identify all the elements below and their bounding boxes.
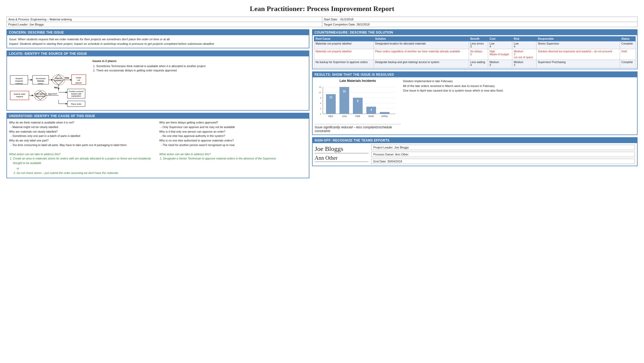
svg-text:11: 11	[329, 96, 332, 99]
signature-1: Joe Bloggs	[315, 145, 368, 153]
understand-section: UNDERSTAND: IDENTIFY THE CAUSE OF THIS I…	[6, 113, 309, 178]
svg-text:FEB: FEB	[355, 115, 360, 118]
table-row: Materials not properly labelled Place or…	[314, 49, 636, 60]
svg-text:Order approval: Order approval	[34, 93, 47, 95]
target-date: Target Completion Date: 28/2/2018	[322, 22, 638, 27]
svg-text:4: 4	[370, 108, 372, 111]
svg-text:explanation: explanation	[71, 95, 81, 97]
svg-text:Student: Student	[16, 77, 23, 80]
action-left-2: Do not check stores – just submit the or…	[17, 171, 157, 175]
header-info: Area & Process: Engineering – Material o…	[6, 17, 638, 27]
project-leader: Project Leader: Joe Bloggs	[7, 22, 322, 27]
action-left-list-2: Do not check stores – just submit the or…	[9, 171, 157, 175]
understand-body: Why do we think material is available wh…	[7, 119, 309, 178]
svg-text:available?: available?	[55, 79, 63, 81]
sig-field-3: End Date: 30/04/2018	[371, 159, 635, 164]
row3-benefit: Less waiting4	[469, 60, 488, 68]
sig-field-2: Process Owner: Ann Other	[371, 152, 635, 157]
col-benefit: Benefit	[469, 37, 488, 41]
row2-status: Hold	[620, 49, 635, 60]
svg-text:request: request	[16, 95, 23, 98]
svg-text:checks: checks	[37, 80, 44, 82]
col-responsible: Responsible	[536, 37, 620, 41]
understand-header: UNDERSTAND: IDENTIFY THE CAUSE OF THIS I…	[7, 113, 309, 119]
row2-cost: HighWaste of budget	[488, 49, 512, 60]
col-cost: Cost	[488, 37, 512, 41]
row3-risk: Medium3	[512, 60, 536, 68]
action-left-list: Create an area in materials stores for o…	[9, 156, 157, 165]
svg-text:not: not	[77, 79, 80, 81]
concern-section: CONCERN: DESCRIBE THE ISSUE Issue: When …	[6, 29, 309, 48]
chart-title: Late Materials Incidents	[315, 79, 401, 83]
svg-text:15: 15	[319, 86, 321, 88]
action-left-title: What action can we take to address this?	[9, 152, 157, 157]
svg-text:JAN: JAN	[342, 115, 347, 118]
row3-root-cause: No backup for Supervisor to approve orde…	[314, 60, 374, 68]
action-left-1: Create an area in materials stores for o…	[13, 156, 157, 165]
row2-risk: Medium3run out of space	[512, 49, 536, 60]
bar-april	[380, 112, 389, 114]
svg-text:No: No	[54, 86, 58, 89]
signoff-section: SIGN-OFF: RECOGNIZE THE TEAMS EFFORTS Jo…	[312, 137, 638, 166]
countermeasure-body: Root Cause Solution Benefit Cost Risk Re…	[313, 35, 637, 69]
locate-header: LOCATE: IDENTIFY THE SOURCE OF THE ISSUE	[7, 51, 309, 56]
signoff-body: Joe Bloggs Ann Other Project Leader: Joe…	[313, 143, 637, 166]
results-section: RESULTS: SHOW THAT THE ISSUE IS RESOLVED…	[312, 71, 638, 135]
signature-2: Ann Other	[315, 155, 368, 162]
bar-chart-svg: 15 12 9 6 3 0 11 DEC 15	[315, 84, 398, 122]
svg-text:15: 15	[343, 90, 346, 93]
svg-text:6: 6	[320, 102, 321, 104]
action-or: or	[9, 166, 157, 171]
svg-text:Submit order: Submit order	[14, 93, 26, 95]
svg-text:Yes: Yes	[65, 76, 69, 79]
understand-right: Why are there delays getting orders appr…	[159, 120, 307, 176]
understand-left: Why do we think material is available wh…	[9, 120, 157, 176]
row2-benefit: No delays5	[469, 49, 488, 60]
countermeasure-section: COUNTERMEASURE: DESCRIBE THE SOLUTION Ro…	[312, 29, 638, 69]
row1-risk: Low4	[512, 41, 536, 49]
col-status: Status	[620, 37, 635, 41]
svg-text:3: 3	[320, 107, 321, 110]
signoff-header: SIGN-OFF: RECOGNIZE THE TEAMS EFFORTS	[313, 138, 637, 143]
row2-responsible: Solution deemed too expensive and wastef…	[536, 49, 620, 60]
action-right-list: Designate a Senior Technician to approve…	[159, 156, 307, 161]
svg-text:Approved?: Approved?	[48, 93, 57, 95]
issue-1: Sometimes Technicians think material is …	[96, 64, 206, 68]
sig-field-1: Project Leader: Joe Bloggs	[371, 145, 635, 150]
svg-text:1: 1	[384, 109, 385, 112]
results-body: Late Materials Incidents	[313, 77, 637, 135]
action-right-1: Designate a Senior Technician to approve…	[163, 156, 307, 161]
results-text: Solution implemented in late February. A…	[403, 79, 635, 133]
issue-2: There are occasionaly delays in getting …	[96, 68, 206, 73]
signatures-area: Joe Bloggs Ann Other	[315, 145, 368, 164]
col-risk: Risk	[512, 37, 536, 41]
row1-root-cause: Materials not properly labelled	[314, 41, 374, 49]
svg-text:Place order: Place order	[71, 103, 82, 105]
svg-text:material: material	[15, 82, 23, 85]
row3-status: Complete	[620, 60, 635, 68]
col-root-cause: Root Cause	[314, 37, 374, 41]
sig-fields: Project Leader: Joe Bloggs Process Owner…	[371, 145, 635, 164]
svg-text:DEC: DEC	[328, 115, 334, 118]
svg-text:stores: stores	[38, 82, 44, 85]
issues-list: Issues in 2 places Sometimes Technicians…	[92, 59, 206, 72]
row2-solution: Place orders regardless of whether we ha…	[374, 49, 469, 60]
row1-solution: Designated location for allocated materi…	[374, 41, 469, 49]
svg-text:APRIL: APRIL	[381, 115, 388, 118]
action-right-title: What action can we take to address this?	[159, 152, 307, 157]
svg-text:Material: Material	[55, 77, 62, 79]
svg-text:12: 12	[319, 91, 321, 94]
svg-text:(Supervisor): (Supervisor)	[35, 95, 45, 97]
svg-text:9: 9	[357, 100, 359, 103]
svg-text:Contact Lecturer/: Contact Lecturer/	[69, 90, 84, 93]
locate-section: LOCATE: IDENTIFY THE SOURCE OF THE ISSUE…	[6, 50, 309, 111]
row1-responsible: Stores Supervisor	[536, 41, 620, 49]
issues-title: Issues in 2 places	[92, 59, 206, 63]
svg-text:Technician: Technician	[36, 77, 46, 80]
svg-text:requests: requests	[15, 80, 23, 82]
row2-root-cause: Materials not properly labelled	[314, 49, 374, 60]
chart-wrapper: 15 12 9 6 3 0 11 DEC 15	[315, 84, 401, 122]
understand-left-text: Why do we think material is available wh…	[9, 120, 157, 147]
svg-text:Order: Order	[76, 77, 81, 79]
concern-header: CONCERN: DESCRIBE THE ISSUE	[7, 30, 309, 35]
